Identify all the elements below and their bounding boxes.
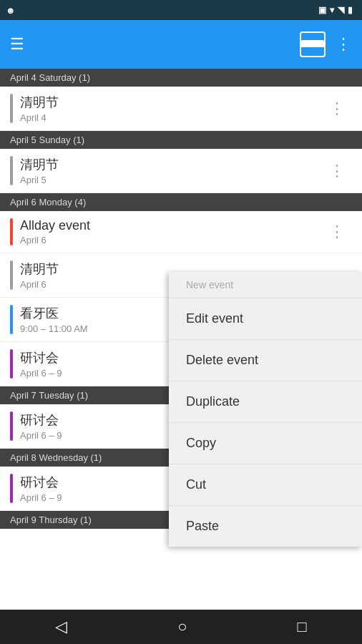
signal-icon: ◥ — [338, 5, 344, 15]
context-menu-copy[interactable]: Copy — [169, 423, 362, 464]
status-bar-right: ▣ ▾ ◥ ▮ — [318, 5, 356, 15]
overflow-menu-icon[interactable]: ⋮ — [336, 35, 352, 54]
event-item[interactable]: 清明节April 4⋮ — [0, 87, 362, 131]
vibrate-icon: ▣ — [318, 5, 326, 15]
back-button[interactable]: ◁ — [55, 618, 67, 636]
hamburger-icon[interactable]: ☰ — [10, 35, 24, 54]
calendar-button[interactable] — [300, 31, 326, 57]
event-color-bar — [10, 411, 13, 441]
event-title: 清明节 — [20, 94, 323, 111]
event-color-bar — [10, 349, 13, 379]
event-color-bar — [10, 260, 13, 290]
event-subtitle: April 5 — [20, 175, 323, 185]
top-bar-left[interactable]: ☰ — [10, 35, 24, 54]
top-bar: ☰ ⋮ — [0, 20, 362, 69]
context-menu-edit-event[interactable]: Edit event — [169, 298, 362, 340]
battery-icon: ▮ — [348, 5, 353, 15]
event-color-bar — [10, 474, 13, 503]
event-item[interactable]: Allday eventApril 6⋮ — [0, 211, 362, 253]
context-menu: New eventEdit eventDelete eventDuplicate… — [169, 272, 362, 547]
calendar-top-bar — [301, 40, 324, 47]
event-title: Allday event — [20, 218, 323, 233]
day-header: April 5 Sunday (1) — [0, 131, 362, 149]
context-menu-paste[interactable]: Paste — [169, 506, 362, 547]
event-info: 清明节April 5 — [20, 156, 323, 185]
status-bar-left: ☻ — [6, 5, 16, 16]
context-menu-delete-event[interactable]: Delete event — [169, 340, 362, 381]
wifi-icon: ▾ — [330, 5, 334, 15]
event-more-button[interactable]: ⋮ — [323, 218, 352, 245]
event-item[interactable]: 清明节April 5⋮ — [0, 149, 362, 193]
bottom-navigation: ◁ ○ □ — [0, 610, 362, 644]
top-bar-actions: ⋮ — [300, 31, 352, 57]
status-bar: ☻ ▣ ▾ ◥ ▮ — [0, 0, 362, 20]
event-color-bar — [10, 156, 13, 185]
event-color-bar — [10, 218, 13, 245]
home-button[interactable]: ○ — [177, 618, 187, 636]
android-icon: ☻ — [6, 5, 16, 16]
event-subtitle: April 6 — [20, 235, 323, 245]
recent-button[interactable]: □ — [298, 618, 307, 636]
event-info: 清明节April 4 — [20, 94, 323, 123]
event-info: Allday eventApril 6 — [20, 218, 323, 245]
event-title: 清明节 — [20, 156, 323, 173]
event-color-bar — [10, 305, 13, 334]
event-subtitle: April 4 — [20, 112, 323, 123]
context-menu-new-event[interactable]: New event — [169, 272, 362, 298]
event-color-bar — [10, 94, 13, 123]
event-more-button[interactable]: ⋮ — [323, 94, 352, 123]
context-menu-duplicate[interactable]: Duplicate — [169, 381, 362, 423]
context-menu-cut[interactable]: Cut — [169, 464, 362, 506]
day-header: April 4 Saturday (1) — [0, 69, 362, 87]
day-header: April 6 Monday (4) — [0, 193, 362, 211]
event-more-button[interactable]: ⋮ — [323, 156, 352, 185]
